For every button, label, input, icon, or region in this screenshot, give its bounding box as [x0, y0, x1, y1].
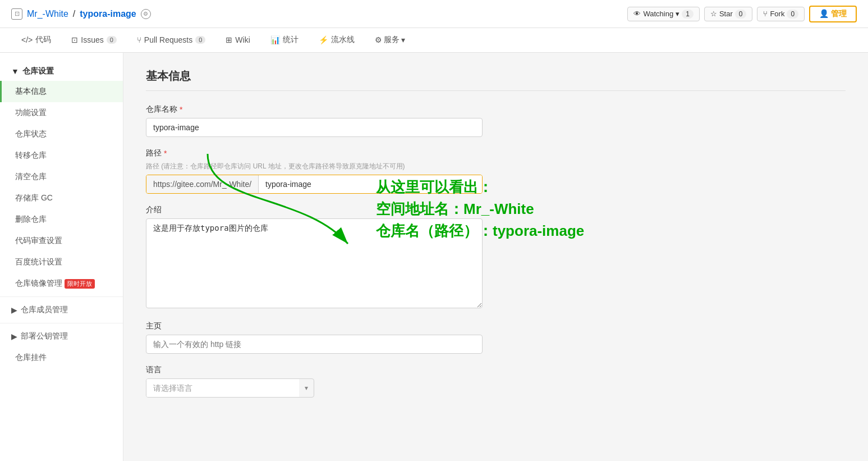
sidebar-item-code-review[interactable]: 代码审查设置 [0, 230, 123, 252]
intro-textarea[interactable]: 这是用于存放typora图片的仓库 [146, 218, 483, 308]
sidebar-item-storage-gc[interactable]: 存储库 GC [0, 188, 123, 209]
sidebar-item-mirror[interactable]: 仓库镜像管理 限时开放 [0, 273, 123, 294]
top-actions: 👁 Watching ▾ 1 ☆ Star 0 ⑂ Fork 0 👤 管理 [627, 6, 857, 22]
form-group-homepage: 主页 [146, 321, 846, 354]
nav-tabs: </> 代码 ⊡ Issues 0 ⑂ Pull Requests 0 ⊞ Wi… [0, 28, 868, 53]
repo-name-input[interactable] [146, 118, 483, 137]
wiki-icon: ⊞ [226, 35, 232, 44]
path-input-group: https://gitee.com/Mr_-White/ [146, 175, 483, 194]
language-select[interactable]: 请选择语言 [146, 379, 299, 397]
repo-name[interactable]: typora-image [80, 9, 136, 19]
language-select-group: 请选择语言 ▾ [146, 378, 314, 398]
manage-icon: 👤 [819, 9, 829, 18]
main-layout: ▼ 仓库设置 基本信息 功能设置 仓库状态 转移仓库 清空仓库 存储库 GC 删… [0, 53, 868, 461]
manage-button[interactable]: 👤 管理 [809, 6, 857, 22]
watching-count: 1 [682, 10, 694, 19]
sidebar-item-repo-status[interactable]: 仓库状态 [0, 124, 123, 145]
chevron-right-icon: ▶ [11, 305, 17, 314]
path-hint: 路径 (请注意：仓库路径即仓库访问 URL 地址，更改仓库路径将导致原克隆地址不… [146, 162, 846, 171]
tab-pull-requests[interactable]: ⑂ Pull Requests 0 [127, 28, 216, 53]
repo-owner[interactable]: Mr_-White [27, 9, 68, 19]
eye-icon: 👁 [633, 10, 641, 18]
pipeline-icon: ⚡ [319, 35, 328, 44]
required-star2: * [164, 149, 167, 158]
chevron-down-icon: ▾ [676, 10, 679, 18]
page-title: 基本信息 [146, 69, 846, 91]
homepage-input[interactable] [146, 335, 483, 354]
tab-stats[interactable]: 📊 统计 [260, 28, 309, 53]
star-label: Star [719, 10, 733, 18]
star-button[interactable]: ☆ Star 0 [704, 7, 753, 21]
form-group-repo-name: 仓库名称 * [146, 104, 846, 137]
intro-label: 介绍 [146, 205, 846, 215]
star-icon: ☆ [710, 10, 717, 18]
pr-badge: 0 [195, 36, 205, 44]
sidebar-group-deploy-keys: ▶ 部署公钥管理 [0, 323, 123, 347]
form-group-path: 路径 * 路径 (请注意：仓库路径即仓库访问 URL 地址，更改仓库路径将导致原… [146, 148, 846, 194]
chevron-down-icon3: ▾ [299, 384, 314, 392]
top-bar: ⊡ Mr_-White / typora-image ⚙ 👁 Watching … [0, 0, 868, 28]
pr-icon: ⑂ [137, 35, 141, 44]
content-area: 基本信息 仓库名称 * 路径 * 路径 (请注意：仓库路径即仓库访问 URL 地… [123, 53, 868, 461]
sidebar-item-feature-settings[interactable]: 功能设置 [0, 102, 123, 124]
issues-icon: ⊡ [71, 35, 78, 44]
sidebar-group-title-members[interactable]: ▶ 仓库成员管理 [0, 299, 123, 321]
tab-services[interactable]: ⚙ 服务 ▾ [365, 28, 415, 53]
path-prefix: https://gitee.com/Mr_-White/ [146, 175, 259, 193]
sidebar-item-hooks[interactable]: 仓库挂件 [0, 347, 123, 368]
tab-wiki[interactable]: ⊞ Wiki [215, 28, 260, 53]
arrow-icon: ▼ [11, 67, 19, 76]
sidebar-group-title-deploy-keys[interactable]: ▶ 部署公钥管理 [0, 326, 123, 347]
settings-icon[interactable]: ⚙ [141, 9, 151, 19]
sidebar-item-transfer-repo[interactable]: 转移仓库 [0, 145, 123, 166]
fork-button[interactable]: ⑂ Fork 0 [757, 7, 805, 21]
required-star: * [180, 105, 182, 114]
sidebar-group-members: ▶ 仓库成员管理 [0, 296, 123, 321]
path-input[interactable] [259, 175, 482, 193]
sidebar-section-title: ▼ 仓库设置 [0, 62, 123, 81]
mirror-badge: 限时开放 [65, 279, 95, 289]
sidebar: ▼ 仓库设置 基本信息 功能设置 仓库状态 转移仓库 清空仓库 存储库 GC 删… [0, 53, 123, 461]
star-count: 0 [735, 10, 747, 19]
fork-icon: ⑂ [763, 10, 768, 18]
separator: / [73, 9, 75, 19]
path-label: 路径 * [146, 148, 846, 158]
issues-badge: 0 [107, 36, 117, 44]
form-group-intro: 介绍 这是用于存放typora图片的仓库 [146, 205, 846, 310]
repo-name-label: 仓库名称 * [146, 104, 846, 115]
language-label: 语言 [146, 365, 846, 375]
watching-label: Watching [643, 10, 673, 18]
chevron-right-icon2: ▶ [11, 332, 17, 341]
tab-issues[interactable]: ⊡ Issues 0 [61, 28, 127, 53]
homepage-label: 主页 [146, 321, 846, 331]
sidebar-item-clear-repo[interactable]: 清空仓库 [0, 166, 123, 188]
chevron-down-icon: ▾ [401, 35, 405, 44]
stats-icon: 📊 [270, 35, 280, 44]
tab-code[interactable]: </> 代码 [11, 28, 61, 53]
repo-title: ⊡ Mr_-White / typora-image ⚙ [11, 8, 151, 20]
code-icon: </> [21, 35, 33, 44]
sidebar-item-delete-repo[interactable]: 删除仓库 [0, 209, 123, 230]
tab-pipeline[interactable]: ⚡ 流水线 [309, 28, 365, 53]
fork-count: 0 [787, 10, 798, 19]
fork-label: Fork [770, 10, 784, 18]
form-group-language: 语言 请选择语言 ▾ [146, 365, 846, 398]
repo-icon: ⊡ [11, 8, 22, 20]
manage-label: 管理 [831, 9, 847, 18]
services-icon: ⚙ [375, 35, 382, 44]
watching-button[interactable]: 👁 Watching ▾ 1 [627, 7, 699, 21]
sidebar-item-basic-info[interactable]: 基本信息 [0, 81, 123, 102]
sidebar-item-baidu-stats[interactable]: 百度统计设置 [0, 252, 123, 273]
